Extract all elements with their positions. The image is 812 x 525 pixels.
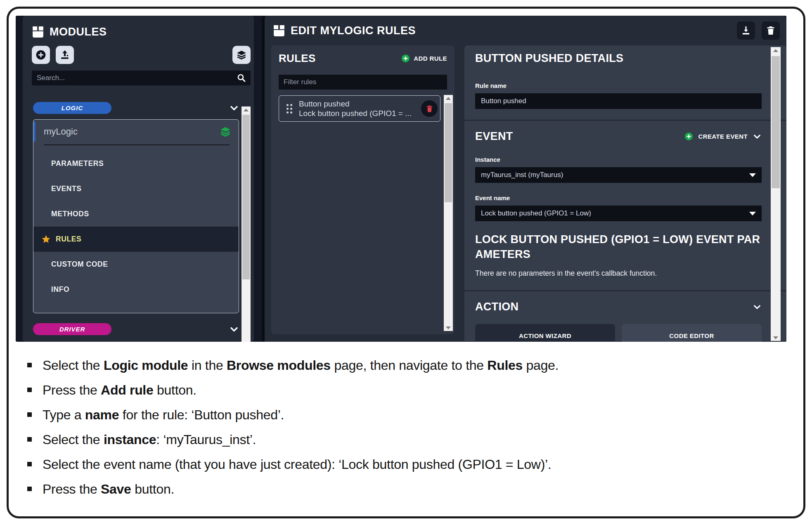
delete-rule-button[interactable] xyxy=(421,100,438,117)
editor-title: EDIT MYLOGIC RULES xyxy=(291,24,416,37)
module-group-logic[interactable]: LOGIC xyxy=(33,102,239,114)
bullet-icon xyxy=(27,437,32,442)
action-section-title: ACTION xyxy=(475,300,518,313)
scroll-up-arrow[interactable] xyxy=(241,106,251,113)
rule-details-title: BUTTON PUSHED DETAILS xyxy=(475,52,762,65)
driver-group-badge: DRIVER xyxy=(33,323,111,335)
rules-list-panel: RULES ADD RULE xyxy=(271,45,455,334)
menu-item-events[interactable]: EVENTS xyxy=(33,176,239,201)
add-rule-button[interactable]: ADD RULE xyxy=(401,54,447,63)
drag-handle-icon[interactable] xyxy=(286,104,292,114)
figure-frame: MODULES xyxy=(7,7,805,518)
instruction-item: Press the Add rule button. xyxy=(27,383,803,397)
instruction-item: Press the Save button. xyxy=(27,482,803,496)
rule-details-panel: BUTTON PUSHED DETAILS Rule name EVENT CR… xyxy=(464,45,786,341)
plus-circle-icon xyxy=(401,54,410,63)
instructions-list: Select the Logic module in the Browse mo… xyxy=(27,358,803,496)
scroll-down-arrow[interactable] xyxy=(444,324,453,331)
scrollbar-thumb[interactable] xyxy=(772,56,780,188)
filter-rules xyxy=(279,75,447,90)
tab-code-editor[interactable]: CODE EDITOR xyxy=(622,324,762,342)
module-search xyxy=(32,71,251,85)
instance-label: Instance xyxy=(475,156,762,163)
module-card-divider xyxy=(44,144,230,145)
details-scrollbar[interactable] xyxy=(771,47,781,341)
bullet-icon xyxy=(27,412,32,417)
rule-list-item[interactable]: Button pushed Lock button pushed (GPIO1 … xyxy=(279,95,440,122)
download-rules-button[interactable] xyxy=(737,21,755,40)
instruction-item: Select the Logic module in the Browse mo… xyxy=(27,358,803,372)
scroll-up-arrow[interactable] xyxy=(444,95,453,102)
modules-toolbar xyxy=(23,38,254,64)
rule-name-input[interactable] xyxy=(481,97,756,105)
upload-icon xyxy=(59,50,70,60)
search-input[interactable] xyxy=(32,71,251,85)
search-icon xyxy=(237,73,246,83)
modules-scrollbar[interactable] xyxy=(241,106,251,342)
box-icon xyxy=(32,26,44,38)
upload-module-button[interactable] xyxy=(56,46,74,64)
event-name-label: Event name xyxy=(475,194,762,201)
menu-item-custom-code[interactable]: CUSTOM CODE xyxy=(33,252,239,277)
rule-item-event: Lock button pushed (GPIO1 = ... xyxy=(299,109,412,118)
bullet-icon xyxy=(27,363,32,367)
chevron-down-icon[interactable] xyxy=(229,324,239,334)
star-icon xyxy=(41,234,51,244)
module-group-driver[interactable]: DRIVER xyxy=(33,323,239,335)
logic-group-badge: LOGIC xyxy=(33,102,111,114)
layers-icon xyxy=(236,50,247,60)
instruction-item: Select the instance: ‘myTaurus_inst’. xyxy=(27,433,803,447)
modules-panel-title: MODULES xyxy=(50,26,107,38)
module-card-mylogic: myLogic PARAMETERS EVENTS METHODS xyxy=(33,119,239,313)
group-modules-button[interactable] xyxy=(232,46,251,64)
scrollbar-thumb[interactable] xyxy=(445,103,452,202)
menu-item-rules[interactable]: RULES xyxy=(33,227,239,252)
menu-item-methods[interactable]: METHODS xyxy=(33,201,239,227)
trash-icon xyxy=(426,105,433,113)
bullet-icon xyxy=(27,487,32,491)
app-screenshot: MODULES xyxy=(16,16,786,342)
create-event-button[interactable]: CREATE EVENT xyxy=(684,132,762,141)
add-module-button[interactable] xyxy=(32,46,50,64)
filter-rules-input[interactable] xyxy=(279,75,447,90)
action-section-header: ACTION xyxy=(475,300,762,313)
module-name: myLogic xyxy=(44,126,78,137)
bullet-icon xyxy=(27,388,32,392)
tab-action-wizard[interactable]: ACTION WIZARD xyxy=(475,324,615,342)
caret-down-icon xyxy=(749,212,756,215)
layers-icon xyxy=(220,126,231,137)
rule-item-name: Button pushed xyxy=(299,99,412,109)
section-divider xyxy=(464,290,786,291)
scroll-down-arrow[interactable] xyxy=(771,334,781,341)
modules-panel: MODULES xyxy=(23,16,254,342)
rules-list-scrollbar[interactable] xyxy=(444,95,453,331)
caret-down-icon xyxy=(749,173,756,177)
rules-list-title: RULES xyxy=(279,52,316,65)
delete-rules-button[interactable] xyxy=(762,21,780,40)
scroll-up-arrow[interactable] xyxy=(771,47,781,54)
event-section-header: EVENT CREATE EVENT xyxy=(475,130,762,143)
editor-header: EDIT MYLOGIC RULES xyxy=(265,16,786,40)
scrollbar-thumb[interactable] xyxy=(242,115,250,279)
trash-icon xyxy=(766,26,776,35)
editor-columns: RULES ADD RULE xyxy=(265,40,786,341)
chevron-down-icon[interactable] xyxy=(229,103,239,113)
menu-item-parameters[interactable]: PARAMETERS xyxy=(33,151,239,176)
instance-select[interactable]: myTaurus_inst (myTaurus) xyxy=(475,167,762,183)
event-name-select[interactable]: Lock button pushed (GPIO1 = Low) xyxy=(475,206,762,221)
instruction-item: Select the event name (that you have jus… xyxy=(27,457,803,471)
section-divider xyxy=(464,120,786,121)
event-section-title: EVENT xyxy=(475,130,513,143)
chevron-down-icon[interactable] xyxy=(753,303,762,312)
plus-circle-icon xyxy=(684,132,693,141)
menu-item-info[interactable]: INFO xyxy=(33,277,239,302)
modules-panel-header: MODULES xyxy=(23,16,254,38)
rule-name-label: Rule name xyxy=(475,82,762,89)
chevron-down-icon[interactable] xyxy=(753,132,762,141)
plus-circle-icon xyxy=(36,50,46,60)
module-row-mylogic[interactable]: myLogic xyxy=(33,120,239,144)
module-selected-bar xyxy=(33,122,36,142)
modules-scroll-area: LOGIC myLogic PARAMETERS xyxy=(23,102,254,331)
instruction-item: Type a name for the rule: ‘Button pushed… xyxy=(27,408,803,422)
download-icon xyxy=(741,26,751,35)
